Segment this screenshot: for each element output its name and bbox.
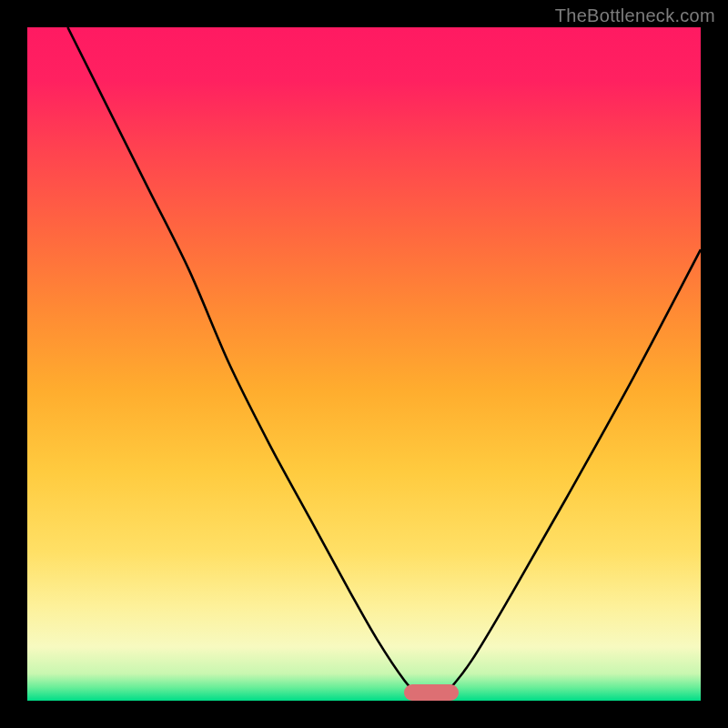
chart-frame: TheBottleneck.com <box>0 0 728 728</box>
bottleneck-curve <box>27 27 701 701</box>
optimum-marker <box>404 684 458 701</box>
watermark-text: TheBottleneck.com <box>555 5 715 26</box>
plot-area <box>27 27 701 701</box>
